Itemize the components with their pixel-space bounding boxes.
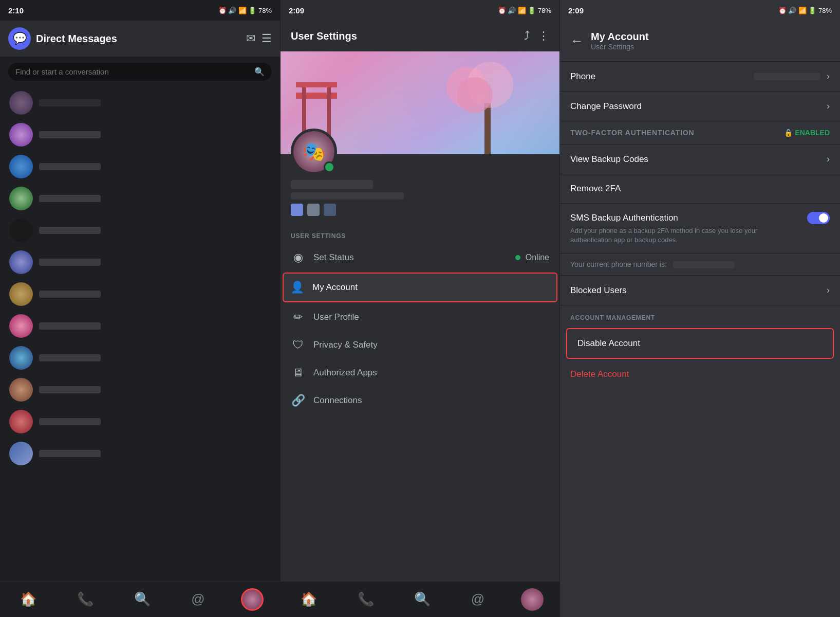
nav-discord-icon[interactable]: 🏠 bbox=[16, 587, 41, 611]
disable-account-label: Disable Account bbox=[577, 338, 640, 349]
list-item[interactable] bbox=[4, 214, 276, 246]
contact-name bbox=[39, 131, 101, 138]
nav-mention-settings[interactable]: @ bbox=[467, 587, 489, 611]
phone-number-row: Your current phone number is: bbox=[560, 253, 840, 276]
avatar bbox=[9, 282, 33, 306]
panel-my-account: 2:09 ⏰ 🔊 📶 🔋 78% ← My Account User Setti… bbox=[560, 0, 840, 617]
contact-name bbox=[39, 354, 101, 361]
account-header-text: My Account User Settings bbox=[591, 31, 649, 51]
list-item[interactable] bbox=[4, 278, 276, 310]
phone-value-blurred bbox=[754, 73, 820, 80]
settings-title: User Settings bbox=[291, 30, 357, 42]
list-item[interactable] bbox=[4, 438, 276, 469]
authorized-apps-icon: 🖥 bbox=[291, 366, 305, 379]
disable-account-row[interactable]: Disable Account bbox=[566, 328, 834, 359]
panel-user-settings: 2:09 ⏰ 🔊 📶 🔋 78% User Settings ⤴ ⋮ bbox=[280, 0, 560, 617]
nav-home-settings[interactable]: 🏠 bbox=[296, 587, 321, 611]
list-item[interactable] bbox=[4, 406, 276, 438]
contact-name bbox=[39, 163, 101, 170]
avatar bbox=[9, 346, 33, 370]
menu-icon[interactable]: ☰ bbox=[262, 32, 272, 45]
phone-row-right: › bbox=[754, 71, 830, 82]
profile-section: 🎭 bbox=[281, 154, 559, 224]
account-management-section: ACCOUNT MANAGEMENT bbox=[560, 305, 840, 326]
nav-search-icon[interactable]: 🔍 bbox=[130, 587, 155, 611]
new-dm-icon[interactable]: ✉ bbox=[246, 32, 255, 45]
bottom-nav-settings: 🏠 📞 🔍 @ bbox=[281, 581, 559, 617]
search-input[interactable] bbox=[15, 67, 250, 76]
delete-account-row[interactable]: Delete Account bbox=[560, 361, 840, 388]
profile-avatar-wrapper: 🎭 bbox=[291, 129, 337, 175]
contact-name bbox=[39, 386, 101, 393]
avatar bbox=[9, 187, 33, 210]
settings-header: User Settings ⤴ ⋮ bbox=[281, 21, 559, 51]
list-item[interactable] bbox=[4, 183, 276, 214]
nav-phone-icon[interactable]: 📞 bbox=[73, 587, 98, 611]
status-bar-dm: 2:10 ⏰ 🔊 📶 🔋 78% bbox=[0, 0, 280, 21]
phone-label: Phone bbox=[570, 71, 595, 82]
list-item[interactable] bbox=[4, 87, 276, 119]
set-status-label: Set Status bbox=[313, 252, 353, 263]
status-icons-account: ⏰ 🔊 📶 🔋 78% bbox=[778, 7, 832, 14]
password-chevron-icon: › bbox=[827, 101, 830, 112]
backup-codes-right: › bbox=[827, 154, 830, 165]
list-item[interactable] bbox=[4, 151, 276, 183]
dm-header: 💬 Direct Messages ✉ ☰ bbox=[0, 21, 280, 57]
dm-title: Direct Messages bbox=[36, 33, 117, 45]
connections-label: Connections bbox=[313, 395, 362, 406]
user-profile-label: User Profile bbox=[313, 312, 359, 322]
phone-number-prefix: Your current phone number is: bbox=[570, 260, 667, 268]
more-options-icon[interactable]: ⋮ bbox=[538, 29, 549, 43]
blocked-users-row[interactable]: Blocked Users › bbox=[560, 276, 840, 305]
time-dm: 2:10 bbox=[8, 6, 24, 15]
account-mgmt-label: ACCOUNT MANAGEMENT bbox=[570, 314, 655, 321]
remove-2fa-row[interactable]: Remove 2FA bbox=[560, 174, 840, 204]
settings-item-connections[interactable]: 🔗 Connections bbox=[281, 387, 559, 414]
change-password-row[interactable]: Change Password › bbox=[560, 92, 840, 121]
settings-item-privacy-safety[interactable]: 🛡 Privacy & Safety bbox=[281, 331, 559, 359]
settings-item-set-status[interactable]: ◉ Set Status Online bbox=[281, 244, 559, 271]
sms-toggle[interactable] bbox=[807, 212, 830, 224]
dm-header-actions: ✉ ☰ bbox=[246, 32, 272, 45]
tfa-label: TWO-FACTOR AUTHENTICATION bbox=[570, 129, 694, 137]
nav-search-settings[interactable]: 🔍 bbox=[410, 587, 435, 611]
time-settings: 2:09 bbox=[289, 6, 304, 15]
time-account: 2:09 bbox=[568, 6, 584, 15]
contact-name bbox=[39, 259, 101, 266]
list-item[interactable] bbox=[4, 310, 276, 342]
settings-item-my-account[interactable]: 👤 My Account bbox=[283, 273, 557, 302]
avatar bbox=[9, 442, 33, 465]
dm-search-bar[interactable]: 🔍 bbox=[8, 63, 272, 81]
list-item[interactable] bbox=[4, 342, 276, 374]
phone-number-blurred bbox=[673, 261, 735, 268]
settings-item-user-profile[interactable]: ✏ User Profile bbox=[281, 303, 559, 331]
sms-description: Add your phone as a backup 2FA method in… bbox=[570, 226, 766, 245]
phone-row[interactable]: Phone › bbox=[560, 62, 840, 92]
nav-profile-avatar[interactable] bbox=[241, 588, 264, 611]
back-button[interactable]: ← bbox=[570, 33, 584, 49]
avatar bbox=[9, 123, 33, 147]
online-status-dot bbox=[324, 161, 335, 173]
privacy-safety-icon: 🛡 bbox=[291, 338, 305, 352]
account-content: Phone › Change Password › TWO-FACTOR AUT… bbox=[560, 62, 840, 617]
contact-name bbox=[39, 227, 101, 234]
list-item[interactable] bbox=[4, 119, 276, 151]
status-icons-dm: ⏰ 🔊 📶 🔋 78% bbox=[218, 7, 272, 14]
profile-badges bbox=[291, 204, 549, 216]
view-backup-codes-label: View Backup Codes bbox=[570, 154, 648, 165]
logout-icon[interactable]: ⤴ bbox=[524, 29, 530, 43]
settings-list: USER SETTINGS ◉ Set Status Online 👤 My A… bbox=[281, 224, 559, 581]
nav-mention-icon[interactable]: @ bbox=[187, 587, 209, 611]
nav-phone-settings[interactable]: 📞 bbox=[353, 587, 378, 611]
list-item[interactable] bbox=[4, 246, 276, 278]
view-backup-codes-row[interactable]: View Backup Codes › bbox=[560, 144, 840, 174]
nav-avatar-settings[interactable] bbox=[521, 588, 544, 611]
avatar bbox=[9, 314, 33, 338]
settings-item-authorized-apps[interactable]: 🖥 Authorized Apps bbox=[281, 359, 559, 387]
avatar bbox=[9, 410, 33, 433]
avatar bbox=[9, 378, 33, 402]
list-item[interactable] bbox=[4, 374, 276, 406]
profile-tag bbox=[291, 192, 404, 199]
contact-name bbox=[39, 322, 101, 330]
sms-backup-row: SMS Backup Authentication Add your phone… bbox=[560, 204, 840, 253]
